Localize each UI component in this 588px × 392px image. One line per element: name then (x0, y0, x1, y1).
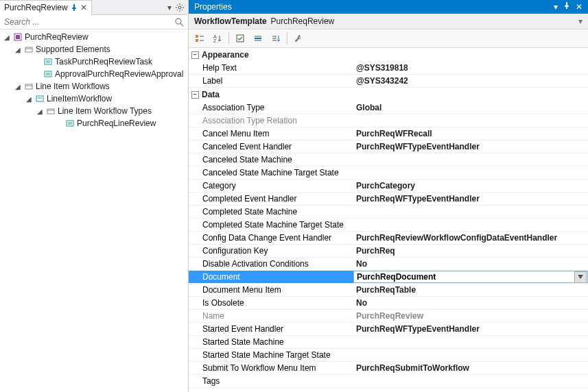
property-value[interactable]: PurchReqWFTypeEventHandler (353, 324, 588, 334)
property-row[interactable]: Association TypeGlobal (189, 101, 588, 114)
property-value[interactable]: PurchReqReviewWorkflowConfigDataEventHan… (353, 233, 588, 243)
property-name: Document (189, 272, 353, 282)
expand-icon[interactable]: ◢ (3, 34, 11, 41)
tree-node-root[interactable]: ◢ PurchReqReview (0, 31, 188, 43)
tree-node-lineitemworkflow[interactable]: ◢ LineItemWorkflow (0, 93, 188, 105)
close-icon[interactable]: ✕ (576, 2, 583, 12)
property-category[interactable]: −Appearance (189, 48, 588, 62)
expand-icon[interactable]: ◢ (14, 46, 22, 53)
expand-icon[interactable]: ◢ (36, 108, 44, 115)
property-name: Started Event Handler (189, 324, 353, 334)
properties-grid[interactable]: −AppearanceHelp Text@SYS319818Label@SYS3… (189, 48, 588, 392)
property-value[interactable]: PurchReqWFTypeEventHandler (353, 142, 588, 151)
property-row[interactable]: Is ObsoleteNo (189, 297, 588, 310)
dropdown-icon[interactable]: ▾ (554, 2, 558, 12)
pin-icon[interactable] (71, 4, 78, 11)
property-category[interactable]: −Data (189, 88, 588, 101)
search-icon[interactable] (174, 17, 184, 27)
property-row[interactable]: Tags (189, 375, 588, 388)
property-row[interactable]: Canceled State Machine Target State (189, 167, 588, 180)
dropdown-icon[interactable]: ▾ (167, 3, 172, 12)
property-name: Label (189, 76, 353, 86)
property-value[interactable]: PurchReqSubmitToWorkflow (353, 363, 588, 373)
property-value[interactable]: @SYS319818 (353, 63, 588, 73)
property-name: Submit To Workflow Menu Item (189, 363, 353, 373)
property-value[interactable]: PurchReqTable (353, 285, 588, 295)
property-row[interactable]: Started Event HandlerPurchReqWFTypeEvent… (189, 323, 588, 336)
workflow-template-icon (13, 32, 23, 42)
folder-icon (24, 82, 34, 91)
property-row[interactable]: Cancel Menu ItemPurchReqWFRecall (189, 127, 588, 140)
tree-node-line-item-workflows[interactable]: ◢ Line Item Workflows (0, 80, 188, 93)
wrench-button[interactable] (290, 31, 307, 46)
property-name: Configuration Key (189, 246, 353, 256)
property-row[interactable]: Label@SYS343242 (189, 75, 588, 88)
property-row[interactable]: Submit To Workflow Menu ItemPurchReqSubm… (189, 362, 588, 375)
property-value[interactable]: PurchReqReview (353, 311, 588, 321)
tree-node-lineitem-types[interactable]: ◢ Line Item Workflow Types (0, 105, 188, 117)
property-value[interactable]: PurchReqWFTypeEventHandler (353, 194, 588, 204)
property-value[interactable]: @SYS343242 (353, 76, 588, 86)
property-row[interactable]: Started State Machine Target State (189, 349, 588, 362)
property-value[interactable]: PurchReq (353, 246, 588, 256)
tree-node-leaf[interactable]: ◢ PurchReqLineReview (0, 117, 188, 130)
property-row[interactable]: CategoryPurchCategory (189, 180, 588, 193)
properties-title-bar: Properties ▾ ✕ (189, 0, 588, 14)
property-row[interactable]: Canceled Event HandlerPurchReqWFTypeEven… (189, 140, 588, 154)
property-value[interactable]: PurchReqDocument (354, 272, 574, 282)
property-row[interactable]: Completed State Machine Target State (189, 219, 588, 232)
alphabetical-button[interactable]: AZ (209, 31, 226, 46)
dropdown-icon[interactable]: ▾ (578, 16, 583, 26)
property-value[interactable]: No (353, 298, 588, 308)
search-input[interactable] (4, 17, 172, 27)
property-row[interactable]: Configuration KeyPurchReq (189, 245, 588, 258)
property-value-editor[interactable]: PurchReqDocument (353, 271, 588, 283)
property-row[interactable]: Config Data Change Event HandlerPurchReq… (189, 232, 588, 245)
svg-line-6 (182, 10, 183, 10)
task-icon (43, 57, 53, 66)
object-kind: WorkflowTemplate (194, 16, 267, 26)
explorer-tab[interactable]: PurchReqReview ✕ (0, 0, 92, 15)
property-row[interactable]: Completed State Machine (189, 206, 588, 219)
svg-line-5 (177, 5, 178, 5)
property-row[interactable]: DocumentPurchReqDocument (189, 271, 588, 284)
key-props-button[interactable] (250, 31, 266, 46)
property-row[interactable]: Association Type Relation (189, 114, 588, 127)
property-row[interactable]: Completed Event HandlerPurchReqWFTypeEve… (189, 193, 588, 206)
property-row[interactable]: Disable Activation ConditionsNo (189, 258, 588, 271)
property-name: Config Data Change Event Handler (189, 233, 353, 243)
dropdown-button[interactable] (574, 271, 587, 283)
property-value[interactable]: PurchReqWFRecall (353, 129, 588, 138)
property-value[interactable]: No (353, 259, 588, 269)
property-name: Category (189, 181, 353, 191)
expand-icon[interactable]: ◢ (25, 95, 33, 103)
property-row[interactable]: NamePurchReqReview (189, 310, 588, 323)
explorer-tree[interactable]: ◢ PurchReqReview ◢ Supported Elements ◢ … (0, 29, 188, 392)
tree-node-leaf[interactable]: ◢ TaskPurchReqReviewTask (0, 56, 188, 68)
collapse-icon[interactable]: − (191, 91, 199, 99)
pin-icon[interactable] (563, 2, 570, 12)
expand-icon[interactable]: ◢ (14, 83, 22, 90)
property-row[interactable]: Help Text@SYS319818 (189, 62, 588, 75)
gear-icon[interactable] (176, 3, 184, 12)
property-name: Disable Activation Conditions (189, 259, 353, 269)
close-icon[interactable]: ✕ (80, 3, 87, 12)
properties-panel: Properties ▾ ✕ WorkflowTemplate PurchReq… (189, 0, 588, 392)
workflow-icon (35, 94, 45, 103)
property-row[interactable]: Started State Machine (189, 336, 588, 349)
property-value[interactable]: PurchCategory (353, 181, 588, 191)
property-name: Is Obsolete (189, 298, 353, 308)
object-name: PurchReqReview (271, 16, 335, 26)
collapse-icon[interactable]: − (191, 51, 199, 59)
properties-object-header[interactable]: WorkflowTemplate PurchReqReview ▾ (189, 14, 588, 29)
properties-title: Properties (194, 2, 232, 12)
property-row[interactable]: Canceled State Machine (189, 154, 588, 167)
svg-rect-12 (16, 35, 20, 39)
tree-node-leaf[interactable]: ◢ ApprovalPurchReqReviewApproval (0, 68, 188, 80)
categorized-button[interactable] (191, 31, 208, 46)
property-row[interactable]: Document Menu ItemPurchReqTable (189, 284, 588, 297)
tree-node-supported-elements[interactable]: ◢ Supported Elements (0, 43, 188, 56)
required-props-button[interactable] (268, 31, 284, 46)
property-value[interactable]: Global (353, 103, 588, 112)
changed-props-button[interactable] (232, 31, 248, 46)
